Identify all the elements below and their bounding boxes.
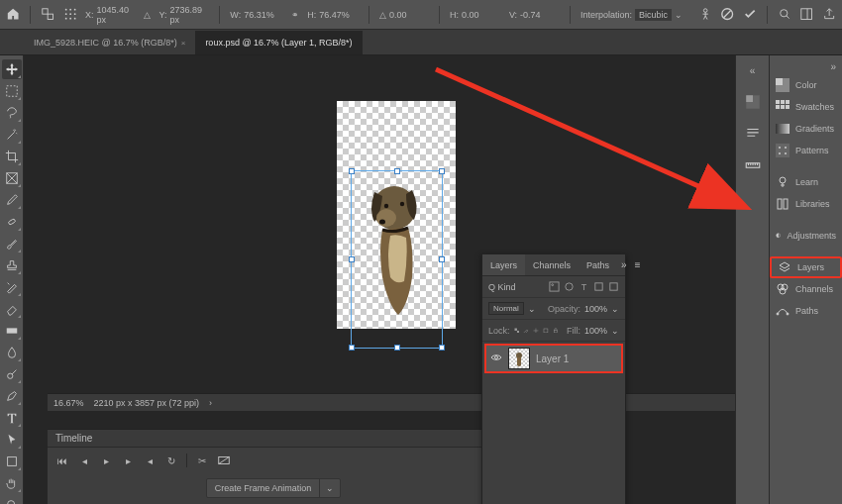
lock-transparency-icon[interactable] xyxy=(514,325,520,336)
first-frame-icon[interactable]: ⏮ xyxy=(55,454,69,467)
filter-image-icon[interactable] xyxy=(549,281,560,292)
chevron-down-icon[interactable]: ⌄ xyxy=(675,10,683,20)
swap-icon[interactable] xyxy=(41,7,54,23)
panel-gradients[interactable]: Gradients xyxy=(770,118,842,140)
tab-paths[interactable]: Paths xyxy=(579,254,617,275)
svg-rect-61 xyxy=(778,199,782,209)
transition-icon[interactable] xyxy=(217,454,231,467)
paragraph-icon[interactable] xyxy=(744,125,762,143)
loop-icon[interactable]: ↻ xyxy=(164,454,178,467)
visibility-icon[interactable] xyxy=(490,352,502,365)
svg-rect-53 xyxy=(786,105,789,109)
panel-paths[interactable]: Paths xyxy=(770,300,842,322)
tab-img5928[interactable]: IMG_5928.HEIC @ 16.7% (RGB/8*)× xyxy=(24,31,195,54)
search-icon[interactable] xyxy=(778,7,791,23)
collapse-icon[interactable]: » xyxy=(830,61,836,72)
skew-v-value[interactable]: -0.74 xyxy=(520,10,560,20)
panel-channels[interactable]: Channels xyxy=(770,278,842,300)
handle-bm[interactable] xyxy=(394,345,400,351)
chevron-down-icon[interactable]: ⌄ xyxy=(320,479,340,497)
svg-point-4 xyxy=(73,9,75,11)
svg-rect-33 xyxy=(514,328,516,330)
create-frame-animation-button[interactable]: Create Frame Animation ⌄ xyxy=(206,478,342,498)
lock-position-icon[interactable] xyxy=(533,325,539,336)
filter-adjust-icon[interactable] xyxy=(564,281,575,292)
puppet-icon[interactable] xyxy=(698,7,712,23)
triangle-icon[interactable]: △ xyxy=(144,10,151,20)
filter-smart-icon[interactable] xyxy=(608,281,619,292)
zoom-level[interactable]: 16.67% xyxy=(53,398,84,408)
chevron-down-icon[interactable]: ⌄ xyxy=(611,304,619,314)
doc-info[interactable]: 2210 px x 3857 px (72 ppi) xyxy=(94,398,200,408)
handle-br[interactable] xyxy=(439,345,445,351)
fill-value[interactable]: 100% xyxy=(584,326,607,336)
ruler-icon[interactable] xyxy=(744,156,762,174)
w-value[interactable]: 76.31% xyxy=(244,10,283,20)
panel-swatches[interactable]: Swatches xyxy=(770,96,842,118)
cancel-icon[interactable] xyxy=(720,7,734,23)
layers-icon xyxy=(778,260,791,274)
handle-tm[interactable] xyxy=(394,168,400,174)
chevron-down-icon[interactable]: ⌄ xyxy=(611,326,619,336)
swatches-icon xyxy=(776,100,789,114)
transform-box[interactable] xyxy=(351,170,443,349)
svg-point-21 xyxy=(7,501,14,504)
tab-roux[interactable]: roux.psd @ 16.7% (Layer 1, RGB/8*) xyxy=(195,31,362,54)
filter-type-icon[interactable]: T xyxy=(579,281,589,292)
svg-point-56 xyxy=(779,147,781,149)
svg-point-8 xyxy=(64,18,66,20)
skew-h-value[interactable]: 0.00 xyxy=(462,10,501,20)
h-value[interactable]: 76.47% xyxy=(319,10,359,20)
zoom-tool[interactable] xyxy=(2,495,22,504)
layer-name[interactable]: Layer 1 xyxy=(536,353,569,364)
reference-point-icon[interactable] xyxy=(63,7,77,23)
opacity-label: Opacity: xyxy=(548,304,580,314)
tab-layers[interactable]: Layers xyxy=(482,254,525,275)
interp-value[interactable]: Bicubic xyxy=(635,9,672,21)
color-picker-icon[interactable] xyxy=(744,93,762,111)
filter-shape-icon[interactable] xyxy=(593,281,604,292)
lock-brush-icon[interactable] xyxy=(523,325,529,336)
blend-mode-select[interactable]: Normal xyxy=(488,302,524,315)
close-icon[interactable]: × xyxy=(181,39,186,48)
commit-icon[interactable] xyxy=(743,7,757,23)
share-icon[interactable] xyxy=(822,7,836,23)
angle-value[interactable]: 0.00 xyxy=(389,10,429,20)
scissors-icon[interactable]: ✂ xyxy=(195,454,209,467)
panel-color[interactable]: Color xyxy=(770,74,842,96)
layer-item[interactable]: Layer 1 xyxy=(484,344,623,373)
collapse-icon[interactable]: « xyxy=(744,61,762,79)
play-icon[interactable]: ▸ xyxy=(99,454,113,467)
paths-icon xyxy=(776,304,789,318)
panel-libraries[interactable]: Libraries xyxy=(770,193,842,215)
svg-point-13 xyxy=(781,10,788,17)
prev-frame-icon[interactable]: ◂ xyxy=(77,454,91,467)
menu-icon[interactable]: ≡ xyxy=(631,259,645,270)
next-frame-icon[interactable]: ▸ xyxy=(121,454,135,467)
tab-channels[interactable]: Channels xyxy=(525,254,579,275)
lock-all-icon[interactable] xyxy=(553,325,559,336)
handle-ml[interactable] xyxy=(349,256,355,262)
audio-icon[interactable]: ◂ xyxy=(143,454,157,467)
chevron-right-icon[interactable]: › xyxy=(209,398,212,408)
panel-learn[interactable]: Learn xyxy=(770,171,842,193)
panel-layers[interactable]: Layers xyxy=(770,256,842,278)
w-label: W: xyxy=(230,10,241,20)
lock-artboard-icon[interactable] xyxy=(543,325,549,336)
handle-mr[interactable] xyxy=(439,256,445,262)
handle-bl[interactable] xyxy=(349,345,355,351)
canvas[interactable]: 16.67% 2210 px x 3857 px (72 ppi) › Time… xyxy=(24,55,735,504)
opacity-value[interactable]: 100% xyxy=(584,304,607,314)
y-value[interactable]: 2736.89 px xyxy=(169,5,209,25)
panel-patterns[interactable]: Patterns xyxy=(770,140,842,161)
collapse-icon[interactable]: » xyxy=(617,259,631,270)
home-icon[interactable] xyxy=(6,7,20,23)
x-value[interactable]: 1045.40 px xyxy=(96,5,136,25)
workspace-icon[interactable] xyxy=(799,7,813,23)
handle-tl[interactable] xyxy=(349,168,355,174)
fill-label: Fill: xyxy=(567,326,580,336)
chevron-down-icon[interactable]: ⌄ xyxy=(528,304,536,314)
link-icon[interactable]: ⚭ xyxy=(291,10,299,20)
panel-adjustments[interactable]: Adjustments xyxy=(770,225,842,247)
handle-tr[interactable] xyxy=(439,168,445,174)
